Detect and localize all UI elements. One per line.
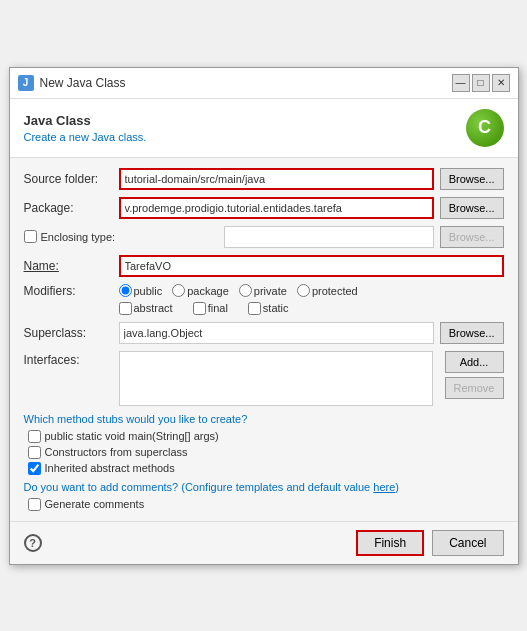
enclosing-type-checkbox-group: Enclosing type: [24,230,224,243]
modifier-static: static [248,302,289,315]
finish-button[interactable]: Finish [356,530,424,556]
name-input[interactable] [119,255,504,277]
modifiers-radio-group: public package private protected [119,284,504,297]
stubs-question: Which method stubs would you like to cre… [24,413,504,425]
modifier-protected-label: protected [312,285,358,297]
modifier-protected-radio[interactable] [297,284,310,297]
header-subtitle: Create a new Java class. [24,131,147,143]
stubs-item-main: public static void main(String[] args) [28,430,504,443]
comments-here-link[interactable]: here [373,481,395,493]
modifier-public-label: public [134,285,163,297]
stub-main-checkbox[interactable] [28,430,41,443]
modifier-abstract: abstract [119,302,173,315]
minimize-button[interactable]: — [452,74,470,92]
modifier-private-radio[interactable] [239,284,252,297]
enclosing-type-label: Enclosing type: [41,231,116,243]
modifier-final-label: final [208,302,228,314]
modifier-package-label: package [187,285,229,297]
modifiers-label: Modifiers: [24,284,119,298]
title-bar: J New Java Class — □ ✕ [10,68,518,99]
modifier-static-checkbox[interactable] [248,302,261,315]
comments-item-generate: Generate comments [28,498,504,511]
interfaces-textarea[interactable] [119,351,433,406]
modifier-abstract-label: abstract [134,302,173,314]
package-label: Package: [24,201,119,215]
stub-inherited-checkbox[interactable] [28,462,41,475]
footer-left: ? [24,534,42,552]
comments-section: Do you want to add comments? (Configure … [24,481,504,511]
stub-main-label: public static void main(String[] args) [45,430,219,442]
stubs-section: Which method stubs would you like to cre… [24,413,504,475]
interfaces-add-button[interactable]: Add... [445,351,504,373]
close-button[interactable]: ✕ [492,74,510,92]
generate-comments-checkbox[interactable] [28,498,41,511]
package-input[interactable] [119,197,434,219]
modifier-static-label: static [263,302,289,314]
interfaces-buttons: Add... Remove [439,351,504,399]
title-bar-left: J New Java Class [18,75,126,91]
maximize-button[interactable]: □ [472,74,490,92]
modifier-private: private [239,284,287,297]
stubs-item-inherited: Inherited abstract methods [28,462,504,475]
help-button[interactable]: ? [24,534,42,552]
name-row: Name: [24,255,504,277]
enclosing-type-browse-button[interactable]: Browse... [440,226,504,248]
interfaces-row: Interfaces: Add... Remove [24,351,504,406]
stub-inherited-label: Inherited abstract methods [45,462,175,474]
new-java-class-dialog: J New Java Class — □ ✕ Java Class Create… [9,67,519,565]
stub-constructors-label: Constructors from superclass [45,446,188,458]
header-title: Java Class [24,113,147,128]
modifier-private-label: private [254,285,287,297]
source-folder-label: Source folder: [24,172,119,186]
source-folder-row: Source folder: Browse... [24,168,504,190]
enclosing-type-input[interactable] [224,226,434,248]
package-browse-button[interactable]: Browse... [440,197,504,219]
modifier-protected: protected [297,284,358,297]
comments-question: Do you want to add comments? (Configure … [24,481,504,493]
generate-comments-label: Generate comments [45,498,145,510]
header-section: Java Class Create a new Java class. C [10,99,518,158]
enclosing-type-row: Enclosing type: Browse... [24,226,504,248]
modifier-package-radio[interactable] [172,284,185,297]
superclass-input[interactable] [119,322,434,344]
footer: ? Finish Cancel [10,521,518,564]
cancel-button[interactable]: Cancel [432,530,503,556]
enclosing-type-checkbox[interactable] [24,230,37,243]
modifier-package: package [172,284,229,297]
title-bar-controls: — □ ✕ [452,74,510,92]
interfaces-label: Interfaces: [24,351,119,367]
modifiers-row: Modifiers: public package private [24,284,504,315]
superclass-row: Superclass: Browse... [24,322,504,344]
modifier-public: public [119,284,163,297]
package-row: Package: Browse... [24,197,504,219]
interfaces-remove-button[interactable]: Remove [445,377,504,399]
modifier-final: final [193,302,228,315]
java-class-icon: J [18,75,34,91]
title-bar-title: New Java Class [40,76,126,90]
form-body: Source folder: Browse... Package: Browse… [10,158,518,521]
modifiers-inner: Modifiers: public package private [24,284,504,298]
modifiers-second-row: abstract final static [119,302,504,315]
eclipse-logo-icon: C [466,109,504,147]
modifier-final-checkbox[interactable] [193,302,206,315]
stub-constructors-checkbox[interactable] [28,446,41,459]
modifier-abstract-checkbox[interactable] [119,302,132,315]
stubs-item-constructors: Constructors from superclass [28,446,504,459]
header-text: Java Class Create a new Java class. [24,113,147,143]
superclass-label: Superclass: [24,326,119,340]
modifier-public-radio[interactable] [119,284,132,297]
superclass-browse-button[interactable]: Browse... [440,322,504,344]
source-folder-browse-button[interactable]: Browse... [440,168,504,190]
name-label: Name: [24,259,119,273]
source-folder-input[interactable] [119,168,434,190]
